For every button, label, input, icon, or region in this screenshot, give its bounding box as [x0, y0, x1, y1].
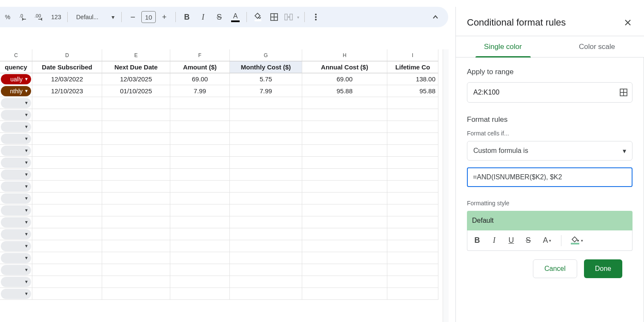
cell[interactable] [302, 145, 387, 157]
cell[interactable] [102, 193, 170, 204]
cell[interactable] [32, 169, 102, 181]
cell[interactable] [32, 288, 102, 300]
cell-annual-cost[interactable]: 69.00 [302, 73, 387, 85]
cell[interactable] [230, 97, 302, 109]
style-text-color-button[interactable]: A▾ [540, 234, 554, 247]
cell[interactable] [387, 228, 438, 240]
frequency-chip[interactable]: ▼ [1, 253, 31, 263]
vertical-scrollbar[interactable] [443, 49, 449, 322]
header-cell-annual-cost[interactable]: Annual Cost ($) [302, 61, 387, 73]
col-header-E[interactable]: E [102, 49, 170, 61]
cell[interactable] [170, 133, 230, 145]
frequency-chip[interactable]: ▼ [1, 205, 31, 216]
select-range-icon[interactable] [619, 88, 628, 97]
frequency-chip[interactable]: ▼ [1, 217, 31, 227]
cell[interactable] [102, 252, 170, 264]
borders-button[interactable] [266, 9, 282, 25]
cell-frequency[interactable]: ▼ [0, 193, 32, 204]
cell[interactable] [387, 133, 438, 145]
style-underline-button[interactable]: U [506, 234, 517, 247]
more-number-formats-button[interactable]: 123 [49, 9, 64, 25]
frequency-chip[interactable]: ually▼ [1, 74, 31, 84]
cell[interactable] [230, 288, 302, 300]
cell[interactable] [230, 145, 302, 157]
font-family-select[interactable]: Defaul... ▾ [71, 9, 118, 25]
tab-single-color[interactable]: Single color [456, 36, 550, 57]
frequency-chip[interactable]: ▼ [1, 289, 31, 299]
frequency-chip[interactable]: ▼ [1, 265, 31, 275]
cell[interactable] [170, 288, 230, 300]
frequency-chip[interactable]: ▼ [1, 241, 31, 251]
cell[interactable] [32, 240, 102, 252]
col-header-D[interactable]: D [32, 49, 102, 61]
cell[interactable] [170, 169, 230, 181]
cell[interactable] [102, 240, 170, 252]
cell[interactable] [102, 216, 170, 228]
cell[interactable] [387, 276, 438, 288]
cell[interactable] [102, 169, 170, 181]
cell[interactable] [302, 121, 387, 133]
cell[interactable] [230, 121, 302, 133]
percent-format-button[interactable]: % [0, 9, 15, 25]
cell[interactable] [302, 252, 387, 264]
cell-date-subscribed[interactable]: 12/03/2022 [32, 73, 102, 85]
cell[interactable] [32, 121, 102, 133]
apply-to-range-field[interactable]: A2:K100 [467, 82, 633, 103]
cell[interactable] [387, 97, 438, 109]
col-header-F[interactable]: F [170, 49, 230, 61]
header-cell-lifetime-cost[interactable]: Lifetime Co [387, 61, 438, 73]
cell-next-due-date[interactable]: 01/10/2025 [102, 85, 170, 97]
cell[interactable] [230, 240, 302, 252]
cell-frequency[interactable]: ▼ [0, 204, 32, 216]
spreadsheet-grid[interactable]: C D E F G H I quency Date Subscribed Nex… [0, 49, 452, 322]
cell[interactable] [230, 157, 302, 169]
cell-frequency[interactable]: ▼ [0, 240, 32, 252]
cell[interactable] [32, 133, 102, 145]
header-cell-monthly-cost[interactable]: Monthly Cost ($) [230, 61, 302, 73]
collapse-toolbar-button[interactable] [428, 9, 443, 25]
cell-amount[interactable]: 7.99 [170, 85, 230, 97]
cell-frequency[interactable]: ▼ [0, 228, 32, 240]
cell[interactable] [302, 193, 387, 204]
cell[interactable] [170, 193, 230, 204]
cell[interactable] [230, 193, 302, 204]
cell[interactable] [32, 145, 102, 157]
cell[interactable] [32, 157, 102, 169]
frequency-chip[interactable]: ▼ [1, 229, 31, 239]
tab-color-scale[interactable]: Color scale [550, 36, 644, 57]
cell[interactable] [102, 204, 170, 216]
frequency-chip[interactable]: ▼ [1, 110, 31, 120]
cell[interactable] [230, 109, 302, 121]
cell[interactable] [302, 157, 387, 169]
cell[interactable] [32, 109, 102, 121]
cell[interactable] [32, 252, 102, 264]
cell[interactable] [387, 240, 438, 252]
frequency-chip[interactable]: ▼ [1, 193, 31, 204]
cell[interactable] [32, 193, 102, 204]
cell[interactable] [302, 204, 387, 216]
cell-next-due-date[interactable]: 12/03/2025 [102, 73, 170, 85]
cell-monthly-cost[interactable]: 5.75 [230, 73, 302, 85]
cell[interactable] [102, 181, 170, 193]
cell[interactable] [230, 204, 302, 216]
cell-monthly-cost[interactable]: 7.99 [230, 85, 302, 97]
cell[interactable] [387, 109, 438, 121]
cell-annual-cost[interactable]: 95.88 [302, 85, 387, 97]
style-preview[interactable]: Default [467, 211, 633, 230]
formula-input[interactable]: =AND(ISNUMBER($K2), $K2 [467, 167, 633, 187]
cell[interactable] [230, 264, 302, 276]
cell[interactable] [102, 109, 170, 121]
font-size-input[interactable]: 10 [141, 11, 156, 23]
cell[interactable] [32, 276, 102, 288]
cell[interactable] [170, 276, 230, 288]
cell[interactable] [387, 252, 438, 264]
cell-lifetime-cost[interactable]: 95.88 [387, 85, 438, 97]
cell[interactable] [102, 97, 170, 109]
col-header-C[interactable]: C [0, 49, 32, 61]
frequency-chip[interactable]: ▼ [1, 98, 31, 108]
cell[interactable] [32, 228, 102, 240]
cell[interactable] [102, 228, 170, 240]
frequency-chip[interactable]: ▼ [1, 122, 31, 132]
cell[interactable] [302, 133, 387, 145]
header-cell-next-due-date[interactable]: Next Due Date [102, 61, 170, 73]
